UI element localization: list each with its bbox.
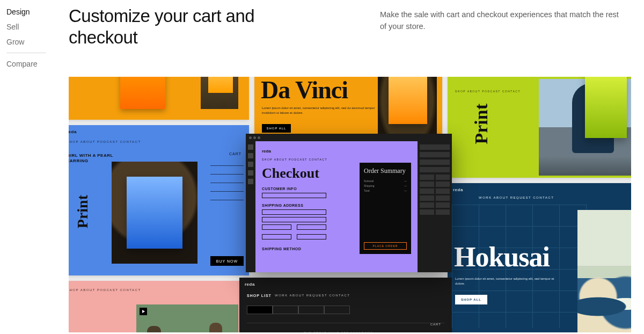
divider — [247, 323, 444, 323]
tile-subtext: Lorem ipsum dolor sit amet, consectetur … — [262, 106, 380, 115]
cart-label: CART — [430, 323, 441, 326]
sidebar-divider — [6, 53, 46, 53]
filter-tabs — [247, 306, 350, 314]
tool-icon — [248, 162, 253, 167]
gallery-tile-green-print[interactable]: SHOP ABOUT PODCAST CONTACT Print — [448, 77, 631, 178]
gradient-overlay — [389, 77, 427, 124]
print-label: Print — [471, 104, 492, 144]
form-field — [262, 234, 291, 239]
sidebar-item-compare[interactable]: Compare — [6, 56, 69, 71]
gallery-tile-pink-seurat[interactable]: SHOP ABOUT PODCAST CONTACT eurat Lorem i… — [69, 281, 249, 332]
gradient-overlay — [127, 177, 182, 249]
buy-now-button: BUY NOW — [210, 256, 244, 266]
gradient-overlay — [585, 77, 627, 138]
tile-nav: WORK ABOUT REQUEST CONTACT — [275, 294, 350, 297]
page-description: Make the sale with cart and checkout exp… — [380, 5, 627, 33]
gallery-tile-orange-top — [69, 77, 249, 120]
gallery-tile-dark-store[interactable]: reda WORK ABOUT REQUEST CONTACT SHOP LIS… — [239, 278, 452, 332]
page-title: Customize your cart and checkout — [69, 5, 305, 48]
tile-brand: reda — [69, 129, 77, 134]
header: Customize your cart and checkout Make th… — [69, 5, 644, 48]
shop-all-button: SHOP ALL — [455, 295, 487, 304]
window-dot-icon — [253, 136, 256, 139]
tile-brand: reda — [245, 282, 255, 287]
sidebar-item-sell[interactable]: Sell — [6, 19, 69, 34]
sidebar-item-design[interactable]: Design — [6, 4, 69, 19]
tile-brand: reda — [453, 187, 463, 192]
order-summary-title: Order Summary — [364, 167, 407, 175]
editor-titlebar — [246, 134, 452, 141]
print-label: Print — [74, 195, 91, 228]
artwork-subtitle: THE GREAT WAVE OFF KANAGAWA — [304, 331, 373, 332]
tile-nav: SHOP ABOUT PODCAST CONTACT — [455, 90, 521, 93]
side-panel — [210, 161, 244, 239]
gradient-overlay — [120, 77, 165, 109]
artwork-image — [136, 304, 238, 332]
gradient-overlay — [208, 77, 233, 93]
form-field — [262, 217, 326, 222]
window-dot-icon — [258, 136, 260, 139]
tool-icon — [248, 144, 253, 150]
template-gallery: reda SHOP ABOUT PODCAST CONTACT GIRL WIT… — [69, 77, 631, 332]
sidebar-item-grow[interactable]: Grow — [6, 34, 69, 49]
tile-nav: SHOP ABOUT PODCAST CONTACT — [69, 288, 141, 292]
shop-all-button: SHOP ALL — [262, 124, 291, 133]
editor-canvas: reda SHOP ABOUT PODCAST CONTACT Checkout… — [255, 141, 418, 272]
cart-label: CART — [229, 152, 241, 156]
artwork-image — [577, 210, 631, 332]
form-field — [262, 209, 326, 215]
window-dot-icon — [249, 136, 252, 139]
artist-title: Hokusai — [454, 241, 550, 273]
sidebar: Design Sell Grow Compare — [6, 4, 69, 332]
tool-icon — [248, 153, 253, 158]
place-order-button: PLACE ORDER — [364, 242, 407, 250]
gallery-tile-blue-print[interactable]: reda SHOP ABOUT PODCAST CONTACT GIRL WIT… — [69, 125, 249, 275]
editor-inspector — [418, 141, 452, 272]
editor-toolbar — [246, 141, 255, 272]
form-field — [297, 234, 326, 239]
play-icon — [140, 308, 147, 315]
tile-nav: SHOP ABOUT PODCAST CONTACT — [69, 140, 141, 143]
gallery-tile-checkout-editor[interactable]: reda SHOP ABOUT PODCAST CONTACT Checkout… — [246, 134, 452, 272]
artist-title: Da Vinci — [261, 77, 348, 104]
main: Customize your cart and checkout Make th… — [69, 4, 644, 332]
tool-icon — [248, 179, 253, 184]
form-field — [262, 224, 291, 230]
tile-nav: WORK ABOUT REQUEST CONTACT — [479, 196, 554, 199]
gallery-tile-hokusai[interactable]: reda WORK ABOUT REQUEST CONTACT Hokusai … — [448, 183, 631, 332]
tile-brand: reda — [262, 149, 411, 154]
order-summary-panel: Order Summary Subtotal— Shipping— Total—… — [360, 163, 411, 254]
form-field — [297, 224, 326, 230]
tool-icon — [248, 170, 253, 176]
shop-list-label: SHOP LIST — [247, 294, 272, 297]
tile-nav: SHOP ABOUT PODCAST CONTACT — [262, 158, 411, 161]
form-field — [262, 193, 326, 198]
tile-subtext: Lorem ipsum dolor sit amet, consectetur … — [455, 277, 562, 286]
